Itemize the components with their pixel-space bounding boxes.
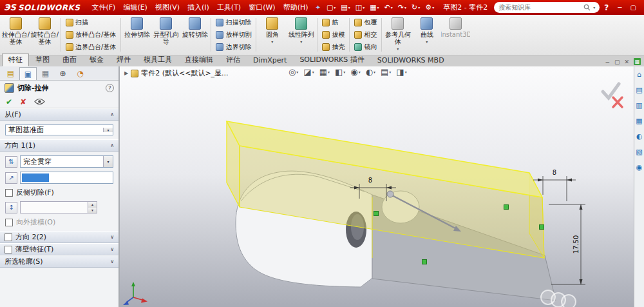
open-doc-button[interactable]: ▤▾ [338,4,352,11]
custom-properties-icon[interactable]: ▧ [636,148,642,155]
flip-side-row[interactable]: 反侧切除(F) [5,188,113,197]
cancel-button[interactable]: ✘ [20,97,26,106]
confirm-ok-icon[interactable] [603,84,619,98]
chevron-down-icon[interactable]: ▾ [397,45,399,52]
lofted-boss-button[interactable]: 放样凸台/基体 [64,30,118,41]
graphics-area[interactable]: 8 8 17.50 [120,66,634,307]
chevron-down-icon[interactable]: ▾ [359,68,361,77]
chevron-down-icon[interactable]: ▾ [312,68,314,77]
chevron-down-icon[interactable]: ∨ [110,234,114,240]
chevron-down-icon[interactable]: ▾ [391,5,393,10]
dimension-cut-height[interactable]: 17.50 [549,204,585,284]
chevron-down-icon[interactable]: ▾ [300,38,302,45]
draft-outward-row[interactable]: 向外拔模(O) [5,217,113,227]
apply-scene-button[interactable]: ▤▾ [381,68,391,77]
menu-item-6[interactable]: 帮助(H) [279,1,312,14]
dimension-text[interactable]: 8 [553,169,556,176]
chevron-down-icon[interactable]: ▾ [328,68,330,77]
search-icon[interactable] [583,4,591,11]
draft-button[interactable]: 拔模 [320,30,346,41]
boss-extrude-button[interactable]: 拉伸凸台/基体 [1,15,30,54]
chevron-down-icon[interactable]: ▾ [103,128,113,132]
reference-geometry-button[interactable]: 参考几何体▾ [383,15,412,54]
chevron-down-icon[interactable]: ▾ [418,5,420,10]
view-settings-button[interactable]: ◨▾ [396,68,406,77]
options-grid-icon[interactable]: ▦ [634,58,641,65]
reverse-direction-icon[interactable]: ⇅ [5,156,17,168]
chevron-down-icon[interactable]: ▾ [593,5,595,10]
view-orientation-button[interactable]: ▦▾ [319,68,330,77]
chevron-down-icon[interactable]: ▾ [374,68,375,77]
lofted-cut-button[interactable]: 放样切割 [214,30,253,41]
display-manager-tab[interactable]: ◔ [71,67,89,80]
end-condition-dropdown[interactable]: 完全贯穿 ▾ [20,155,113,168]
dimxpert-manager-tab[interactable]: ⊕ [54,67,71,80]
tab-7[interactable]: 评估 [220,54,247,66]
edit-appearance-button[interactable]: ◐▾ [366,68,375,77]
tab-5[interactable]: 模具工具 [137,54,178,66]
tab-2[interactable]: 曲面 [56,54,83,66]
undo-button[interactable]: ↶▾ [382,4,395,11]
zoom-fit-button[interactable]: ◎▾ [289,68,298,77]
tab-0[interactable]: 特征 [2,54,29,66]
file-explorer-icon[interactable]: ▥ [636,102,642,109]
tab-1[interactable]: 草图 [29,54,56,66]
settings-button[interactable]: ⚙▾ [422,4,437,11]
tab-8[interactable]: DimXpert [247,55,293,66]
mirror-button[interactable]: 镜向 [352,42,379,53]
draft-outward-checkbox[interactable] [5,219,13,226]
spinner-down-icon[interactable]: ▾ [88,208,97,213]
shell-button[interactable]: 抽壳 [320,42,346,53]
section-direction2-header[interactable]: 方向 2(2) ∨ [0,231,118,243]
pin-icon[interactable]: ✦ [316,4,321,11]
swept-cut-button[interactable]: 扫描切除 [214,17,253,28]
section-selected-contours-header[interactable]: 所选轮廓(S) ∨ [0,255,118,268]
save-button[interactable]: ◫▾ [353,4,367,11]
menu-item-4[interactable]: 工具(T) [213,1,245,14]
tab-4[interactable]: 焊件 [110,54,137,66]
from-plane-dropdown[interactable]: 草图基准面 ▾ [5,124,113,135]
confirm-cancel-icon[interactable] [613,97,622,107]
chevron-down-icon[interactable]: ▾ [271,38,273,45]
new-doc-button[interactable]: ▢▾ [324,4,338,11]
section-direction1-header[interactable]: 方向 1(1) ∧ [0,139,118,152]
spinner-up-icon[interactable]: ▴ [88,202,97,208]
chevron-down-icon[interactable]: ▾ [405,68,407,77]
chevron-down-icon[interactable]: ▾ [426,38,428,45]
intersect-button[interactable]: 相交 [352,30,379,41]
chevron-up-icon[interactable]: ∧ [110,112,114,117]
menu-item-1[interactable]: 编辑(E) [119,1,151,14]
window-button-0[interactable]: − [613,4,626,11]
menu-item-3[interactable]: 插入(I) [184,1,213,14]
chevron-down-icon[interactable]: ▾ [296,68,298,77]
doc-window-button-2[interactable]: ✕ [624,59,629,65]
wrap-button[interactable]: 包覆 [352,17,379,28]
swept-boss-button[interactable]: 扫描 [64,17,118,28]
tree-item-label[interactable]: 零件2 (默认<<默认>_显... [141,68,228,78]
instant3d-button[interactable]: Instant3D [441,15,470,54]
linear-pattern-button[interactable]: 线性阵列▾ [287,15,316,54]
chevron-down-icon[interactable]: ▾ [348,5,350,10]
thin-feature-checkbox[interactable] [5,246,12,253]
knowledge-search[interactable]: ▾ [494,2,600,13]
direction-reference-box[interactable] [20,172,113,184]
chevron-down-icon[interactable]: ∨ [110,246,114,252]
solidworks-forum-icon[interactable]: ◉ [636,164,643,171]
help-icon[interactable]: ? [106,84,114,92]
handle[interactable] [422,260,427,264]
view-palette-icon[interactable]: ▦ [636,117,642,124]
chevron-down-icon[interactable]: ▾ [363,5,365,10]
chevron-down-icon[interactable]: ▾ [432,5,434,10]
print-button[interactable]: ▦▾ [367,4,381,11]
property-manager-tab[interactable]: ▣ [19,67,37,80]
rib-button[interactable]: 筋 [320,17,346,28]
ok-button[interactable]: ✔ [6,97,12,106]
dimension-text[interactable]: 8 [368,177,372,184]
doc-window-button-1[interactable]: ▢ [614,59,620,65]
chevron-up-icon[interactable]: ∧ [110,143,114,148]
chevron-down-icon[interactable]: ▾ [377,5,379,10]
chevron-down-icon[interactable]: ∨ [110,259,114,264]
design-library-icon[interactable]: ▤ [636,86,642,94]
redo-button[interactable]: ↷▾ [395,4,409,11]
model-canvas[interactable]: 8 8 17.50 [120,66,634,307]
